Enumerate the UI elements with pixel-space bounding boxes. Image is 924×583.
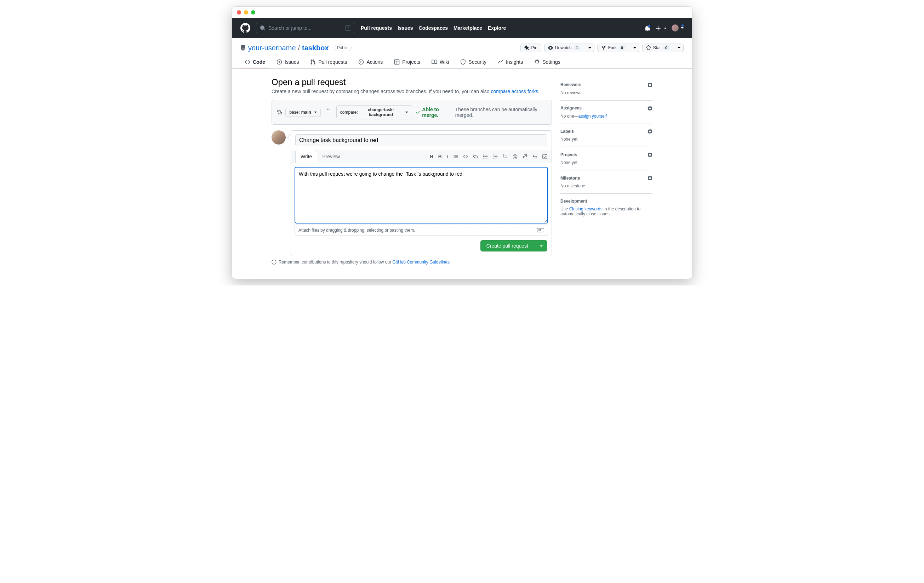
- tab-insights[interactable]: Insights: [493, 56, 527, 68]
- repo-name-link[interactable]: taskbox: [302, 44, 329, 52]
- window-minimize-dot[interactable]: [244, 10, 248, 15]
- projects-heading: Projects: [560, 152, 577, 157]
- base-branch-selector[interactable]: base: main: [285, 108, 320, 117]
- guidelines-link[interactable]: GitHub Community Guidelines: [393, 259, 450, 264]
- milestone-gear-icon[interactable]: [647, 175, 652, 181]
- ordered-list-icon[interactable]: 123: [493, 154, 498, 159]
- svg-rect-21: [505, 157, 507, 157]
- editor-toolbar: H B I 123 @: [430, 154, 547, 159]
- tab-wiki[interactable]: Wiki: [427, 56, 453, 68]
- reviewers-gear-icon[interactable]: [647, 82, 652, 88]
- unwatch-button[interactable]: Unwatch 1: [544, 44, 584, 52]
- github-logo-icon[interactable]: [240, 23, 250, 33]
- global-search-input[interactable]: Search or jump to... /: [256, 23, 355, 33]
- saved-replies-icon[interactable]: [542, 154, 547, 159]
- reply-icon[interactable]: [533, 154, 538, 159]
- window-zoom-dot[interactable]: [251, 10, 255, 15]
- task-list-icon[interactable]: [503, 154, 508, 159]
- arrow-left-icon: ←…: [324, 106, 333, 119]
- pin-label: Pin: [531, 45, 538, 50]
- markdown-icon[interactable]: M↓: [537, 228, 544, 232]
- link-icon[interactable]: [473, 154, 478, 159]
- svg-rect-22: [543, 154, 547, 159]
- star-count: 0: [663, 45, 670, 50]
- unordered-list-icon[interactable]: [483, 154, 488, 159]
- svg-text:3: 3: [493, 157, 494, 159]
- labels-value: None yet: [560, 137, 652, 142]
- tab-code[interactable]: Code: [240, 56, 269, 68]
- pin-button[interactable]: Pin: [520, 44, 541, 52]
- compare-forks-link[interactable]: compare across forks: [491, 89, 538, 94]
- git-compare-icon: [277, 109, 282, 115]
- code-icon[interactable]: [463, 154, 468, 159]
- notification-dot: [647, 24, 651, 28]
- titlebar: [232, 7, 692, 18]
- user-avatar-dropdown[interactable]: [672, 25, 684, 31]
- unwatch-dropdown[interactable]: [584, 44, 594, 52]
- global-nav: Pull requests Issues Codespaces Marketpl…: [361, 25, 506, 31]
- svg-rect-3: [395, 60, 399, 64]
- compose-box: Write Preview H B I 123 @: [290, 130, 552, 256]
- nav-issues[interactable]: Issues: [398, 25, 413, 31]
- svg-rect-16: [494, 156, 497, 157]
- svg-point-7: [483, 156, 483, 157]
- milestone-heading: Milestone: [560, 176, 580, 181]
- heading-icon[interactable]: H: [430, 154, 433, 159]
- star-button[interactable]: Star 0: [642, 44, 673, 52]
- write-tab[interactable]: Write: [295, 150, 317, 163]
- sidebar: Reviewers No reviews Assignees No one—as…: [560, 77, 652, 264]
- merge-status: Able to merge. These branches can be aut…: [416, 107, 547, 118]
- nav-pull-requests[interactable]: Pull requests: [361, 25, 392, 31]
- author-avatar: [272, 130, 286, 145]
- unwatch-label: Unwatch: [555, 45, 572, 50]
- fork-label: Fork: [608, 45, 617, 50]
- star-dropdown[interactable]: [673, 44, 684, 52]
- nav-codespaces[interactable]: Codespaces: [419, 25, 448, 31]
- nav-explore[interactable]: Explore: [488, 25, 506, 31]
- italic-icon[interactable]: I: [447, 154, 448, 159]
- create-pr-dropdown[interactable]: [534, 240, 547, 251]
- pr-body-textarea[interactable]: [295, 167, 548, 223]
- closing-keywords-link[interactable]: Closing keywords: [569, 206, 602, 211]
- tab-projects[interactable]: Projects: [390, 56, 424, 68]
- tab-security[interactable]: Security: [456, 56, 491, 68]
- footnote: Remember, contributions to this reposito…: [272, 259, 552, 264]
- attach-hint-bar[interactable]: Attach files by dragging & dropping, sel…: [295, 225, 548, 236]
- assignees-gear-icon[interactable]: [647, 106, 652, 111]
- mention-icon[interactable]: @: [513, 154, 518, 159]
- labels-gear-icon[interactable]: [647, 129, 652, 134]
- projects-gear-icon[interactable]: [647, 152, 652, 157]
- info-icon: [272, 259, 277, 264]
- tab-pull-requests[interactable]: Pull requests: [306, 56, 351, 68]
- create-new-dropdown[interactable]: [655, 25, 667, 31]
- create-pr-button[interactable]: Create pull request: [480, 240, 534, 251]
- nav-marketplace[interactable]: Marketplace: [454, 25, 482, 31]
- assign-yourself-link[interactable]: assign yourself: [579, 114, 607, 119]
- projects-value: None yet: [560, 160, 652, 165]
- global-header: Search or jump to... / Pull requests Iss…: [232, 18, 692, 38]
- notifications-icon[interactable]: [645, 25, 650, 31]
- fork-dropdown[interactable]: [629, 44, 639, 52]
- svg-point-24: [274, 261, 274, 262]
- window-close-dot[interactable]: [237, 10, 241, 15]
- svg-rect-17: [494, 158, 497, 158]
- compare-branch-selector[interactable]: compare: change-task-background: [336, 105, 412, 119]
- repo-owner-link[interactable]: your-username: [248, 44, 296, 52]
- pr-title-input[interactable]: [295, 134, 547, 146]
- tab-settings[interactable]: Settings: [530, 56, 565, 68]
- reviewers-heading: Reviewers: [560, 82, 581, 87]
- repo-breadcrumb: your-username / taskbox Public: [240, 44, 351, 52]
- preview-tab[interactable]: Preview: [317, 150, 345, 163]
- svg-point-6: [483, 154, 483, 155]
- tab-actions[interactable]: Actions: [354, 56, 387, 68]
- page-title: Open a pull request: [272, 77, 552, 87]
- svg-rect-9: [484, 155, 487, 155]
- cross-reference-icon[interactable]: [523, 154, 528, 159]
- bold-icon[interactable]: B: [438, 154, 442, 159]
- fork-button[interactable]: Fork 0: [597, 44, 629, 52]
- tab-issues[interactable]: Issues: [272, 56, 303, 68]
- avatar-dot: [681, 24, 684, 27]
- quote-icon[interactable]: [453, 154, 458, 159]
- avatar-icon: [672, 25, 679, 31]
- svg-rect-20: [503, 157, 504, 158]
